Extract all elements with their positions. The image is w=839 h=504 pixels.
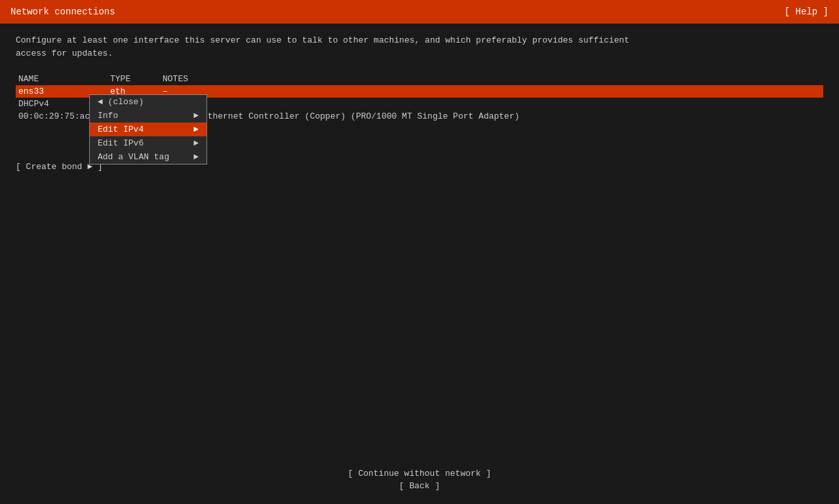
- context-menu: ◄ (close) Info ► Edit IPv4 ► Edit IPv6 ►…: [89, 94, 207, 165]
- continue-without-network-button[interactable]: [ Continue without network ]: [348, 469, 491, 478]
- menu-vlan-label: Add a VLAN tag: [98, 152, 169, 162]
- description-line2: access for updates.: [16, 48, 113, 58]
- menu-item-vlan[interactable]: Add a VLAN tag ►: [90, 150, 206, 164]
- context-menu-wrapper: ◄ (close) Info ► Edit IPv4 ► Edit IPv6 ►…: [89, 94, 207, 165]
- description-line1: Configure at least one interface this se…: [16, 35, 629, 45]
- main-content: Configure at least one interface this se…: [0, 24, 839, 182]
- menu-item-edit-ipv4[interactable]: Edit IPv4 ►: [90, 123, 206, 136]
- table-header: NAME TYPE NOTES: [16, 73, 823, 85]
- menu-item-close[interactable]: ◄ (close): [90, 95, 206, 109]
- col-header-name: NAME: [18, 74, 110, 84]
- back-button[interactable]: [ Back ]: [399, 481, 440, 491]
- menu-edit-ipv6-arrow: ►: [193, 138, 199, 148]
- menu-item-info[interactable]: Info ►: [90, 109, 206, 123]
- menu-info-label: Info: [98, 111, 118, 121]
- col-header-type: TYPE: [110, 74, 163, 84]
- header-bar: Network connections [ Help ]: [0, 0, 839, 24]
- menu-edit-ipv6-label: Edit IPv6: [98, 138, 144, 148]
- menu-edit-ipv4-label: Edit IPv4: [98, 125, 144, 134]
- menu-edit-ipv4-arrow: ►: [193, 125, 199, 134]
- bottom-buttons: [ Continue without network ] [ Back ]: [0, 469, 839, 491]
- col-header-notes: NOTES: [163, 74, 294, 84]
- header-title: Network connections: [10, 7, 115, 17]
- menu-item-edit-ipv6[interactable]: Edit IPv6 ►: [90, 136, 206, 150]
- description: Configure at least one interface this se…: [16, 34, 658, 60]
- menu-vlan-arrow: ►: [193, 152, 199, 162]
- header-help[interactable]: [ Help ]: [785, 7, 829, 17]
- menu-close-label: ◄ (close): [98, 97, 144, 107]
- menu-info-arrow: ►: [193, 111, 199, 121]
